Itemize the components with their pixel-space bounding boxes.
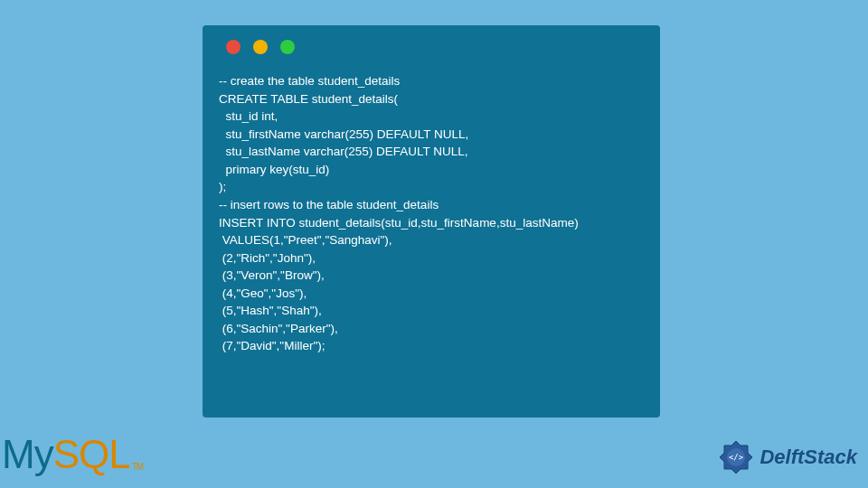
svg-text:</>: </> bbox=[729, 453, 744, 462]
delftstack-text: DelftStack bbox=[760, 446, 857, 469]
maximize-dot bbox=[280, 40, 295, 54]
mysql-logo: MySQLTM bbox=[2, 432, 143, 477]
mysql-sql: SQL bbox=[53, 432, 130, 476]
minimize-dot bbox=[253, 40, 268, 54]
mysql-tm: TM bbox=[132, 462, 143, 472]
code-window: -- create the table student_details CREA… bbox=[203, 25, 660, 418]
delftstack-icon: </> bbox=[718, 439, 754, 475]
delftstack-logo: </> DelftStack bbox=[718, 439, 857, 475]
mysql-my: My bbox=[2, 432, 53, 476]
code-content: -- create the table student_details CREA… bbox=[219, 72, 644, 355]
close-dot bbox=[226, 40, 241, 54]
window-controls bbox=[226, 40, 644, 54]
